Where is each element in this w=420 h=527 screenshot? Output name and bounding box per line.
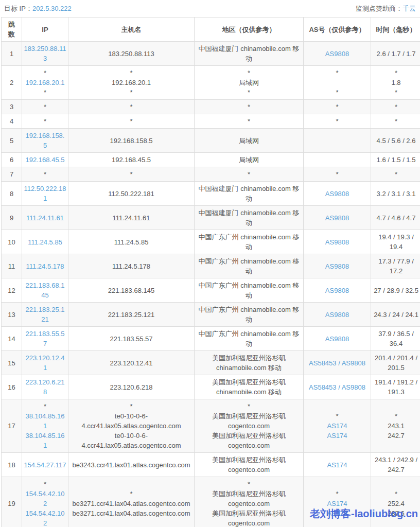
ip-link[interactable]: 221.183.68.145 [26, 282, 65, 299]
ip-value: * [24, 116, 66, 126]
time-cell: *1.8* [371, 66, 420, 100]
region-value: 中国福建厦门 chinamobile.com 移动 [196, 44, 302, 63]
asn-cell: * * [304, 66, 371, 100]
asn-link[interactable]: AS9808 [325, 50, 349, 58]
ip-cell: 154.54.27.117 [22, 453, 68, 477]
region-cell: 美国加利福尼亚州洛杉矶 chinamobile.com 移动 [195, 351, 304, 375]
asn-link[interactable]: AS9808 [325, 238, 349, 246]
asn-link[interactable]: AS174 [327, 432, 347, 440]
ip-link[interactable]: 111.24.5.178 [26, 262, 64, 270]
ip-cell: 111.24.11.61 [22, 206, 68, 230]
asn-cell: AS9808 [304, 182, 371, 206]
time-value: 1.6 / 1.5 / 1.5 [373, 155, 419, 165]
region-value: * [196, 68, 302, 78]
region-value: 美国加利福尼亚州洛杉矶 cogentco.com [196, 508, 302, 527]
ip-link[interactable]: 192.168.20.1 [26, 79, 65, 86]
region-value: * [196, 102, 302, 112]
region-value: 中国福建厦门 chinamobile.com 移动 [196, 208, 302, 227]
ip-cell: * [22, 114, 68, 129]
region-cell: *局域网* [195, 66, 304, 100]
time-value: 24.3 / 24 / 24.1 [373, 310, 419, 320]
ip-link[interactable]: 192.168.158.5 [26, 132, 65, 149]
region-value: 美国加利福尼亚州洛杉矶 chinamobile.com 移动 [196, 353, 302, 373]
asn-link[interactable]: AS9808 [325, 190, 349, 198]
ip-cell: 221.183.25.121 [22, 303, 68, 327]
host-cell: 223.120.12.41 [68, 351, 195, 375]
time-cell: 24.3 / 24 / 24.1 [371, 303, 420, 327]
ip-link[interactable]: 111.24.11.61 [26, 214, 64, 222]
asn-link[interactable]: AS9808 [325, 311, 349, 319]
asn-link[interactable]: AS9808 [325, 214, 349, 222]
host-value: te0-10-0-6-4.ccr41.lax05.atlas.cogentco.… [70, 431, 192, 450]
host-cell: * [68, 167, 195, 182]
asn-cell: AS9808 [304, 206, 371, 230]
target-ip-link[interactable]: 202.5.30.222 [32, 5, 72, 12]
ip-link[interactable]: 221.183.55.57 [26, 330, 65, 347]
ip-cell: 221.183.55.57 [22, 327, 68, 351]
time-value: * [373, 169, 419, 179]
column-header-region: 地区（仅供参考） [195, 17, 304, 42]
region-value: 美国加利福尼亚州洛杉矶 cogentco.com [196, 411, 302, 431]
host-value: 111.24.5.178 [70, 261, 192, 271]
ip-link[interactable]: 38.104.85.161 [26, 432, 65, 449]
asn-link[interactable]: AS9808 [325, 335, 349, 343]
region-cell: * [195, 167, 304, 182]
asn-link[interactable]: AS174 [327, 422, 347, 430]
column-header-hop: 跳数 [2, 17, 22, 42]
ip-link[interactable]: 223.120.12.41 [26, 354, 65, 372]
asn-cell: AS9808 [304, 327, 371, 351]
ip-link[interactable]: 112.50.222.181 [24, 185, 66, 202]
asn-link[interactable]: AS58453 / AS9808 [309, 359, 365, 367]
asn-link[interactable]: AS58453 / AS9808 [309, 383, 365, 391]
ip-link[interactable]: 154.54.42.102 [26, 490, 65, 507]
region-value: 美国加利福尼亚州洛杉矶 cogentco.com [196, 489, 302, 508]
host-cell: * [68, 100, 195, 114]
hop-cell: 13 [2, 303, 22, 327]
host-value: * [70, 68, 192, 78]
asn-value [305, 136, 369, 146]
asn-value: * [305, 68, 369, 78]
hop-cell: 12 [2, 278, 22, 303]
ip-cell: 221.183.68.145 [22, 278, 68, 303]
table-row: 11111.24.5.178111.24.5.178中国广东广州 chinamo… [2, 254, 420, 278]
asn-link[interactable]: AS174 [327, 500, 347, 507]
asn-link[interactable]: AS174 [327, 510, 347, 517]
ip-cell: * [22, 100, 68, 114]
sponsor-link[interactable]: 千云 [402, 5, 416, 12]
time-cell: 4.7 / 4.6 / 4.7 [371, 206, 420, 230]
ip-link[interactable]: 154.54.42.102 [26, 510, 65, 527]
host-value: be3271.ccr41.lax04.atlas.cogentco.com [70, 499, 192, 508]
region-cell: 中国广东广州 chinamobile.com 移动 [195, 303, 304, 327]
asn-cell [304, 129, 371, 153]
hop-cell: 19 [2, 477, 22, 527]
asn-link[interactable]: AS9808 [325, 262, 349, 270]
time-value: * [373, 102, 419, 112]
ip-link[interactable]: 111.24.5.85 [28, 238, 62, 246]
table-row: 10111.24.5.85111.24.5.85中国广东广州 chinamobi… [2, 230, 420, 254]
ip-link[interactable]: 192.168.45.5 [26, 156, 65, 164]
asn-link[interactable]: AS9808 [325, 287, 349, 294]
ip-link[interactable]: 38.104.85.161 [26, 412, 65, 430]
asn-cell: *AS174AS174 [304, 399, 371, 453]
region-value: * [196, 116, 302, 126]
ip-link[interactable]: 183.250.88.113 [24, 45, 66, 62]
host-value: * [70, 489, 192, 499]
ip-link[interactable]: 221.183.25.121 [26, 306, 65, 323]
asn-cell: AS9808 [304, 278, 371, 303]
host-value: te0-10-0-6-4.ccr41.lax05.atlas.cogentco.… [70, 411, 192, 431]
time-value: * [373, 68, 419, 78]
time-value: 1.8 [373, 78, 419, 87]
ip-link[interactable]: 223.120.6.218 [26, 378, 65, 396]
host-value: * [70, 102, 192, 112]
asn-link[interactable]: AS174 [327, 461, 347, 469]
time-cell: 4.5 / 5.6 / 2.6 [371, 129, 420, 153]
ip-value: * [24, 401, 66, 411]
ip-link[interactable]: 154.54.27.117 [24, 461, 66, 469]
hop-cell: 4 [2, 114, 22, 129]
hop-cell: 7 [2, 167, 22, 182]
region-cell: * [195, 114, 304, 129]
asn-cell: AS58453 / AS9808 [304, 351, 371, 375]
column-header-host: 主机名 [68, 17, 195, 42]
asn-cell: * [304, 167, 371, 182]
hop-cell: 11 [2, 254, 22, 278]
